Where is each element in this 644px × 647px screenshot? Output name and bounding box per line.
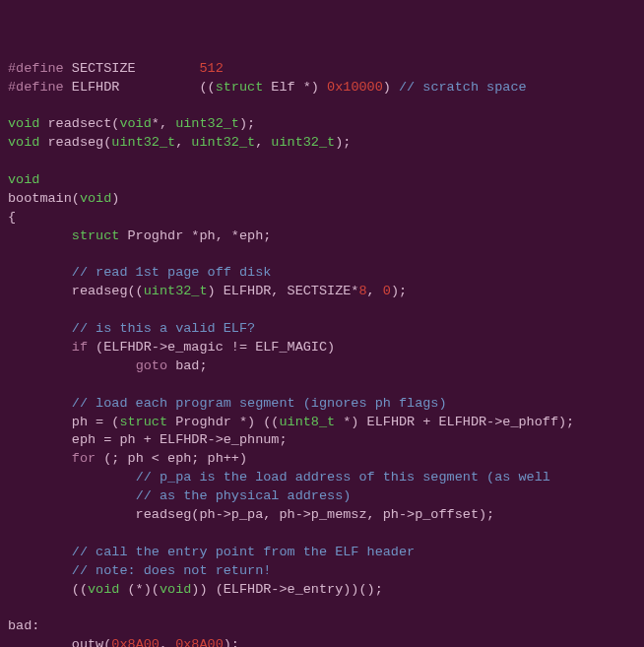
token-id: SECTSIZE: [64, 61, 200, 76]
token-cm: // is this a valid ELF?: [72, 321, 255, 336]
token-num: 0x8A00: [111, 637, 160, 647]
token-type: struct: [119, 415, 167, 429]
token-id: );: [239, 116, 255, 131]
token-id: readseg(ph->p_pa, ph->p_memsz, ph->p_off…: [8, 507, 494, 522]
token-id: [8, 545, 72, 559]
token-id: ,: [367, 284, 383, 298]
token-cm: // load each program segment (ignores ph…: [72, 396, 447, 411]
token-id: ELFHDR ((: [64, 80, 216, 95]
token-type: void: [80, 191, 111, 206]
token-id: Proghdr *ph, *eph;: [119, 228, 271, 243]
token-id: Elf *): [263, 80, 327, 95]
token-kw: if: [72, 340, 88, 355]
token-type: uint32_t: [191, 135, 255, 150]
token-id: ((: [8, 582, 88, 597]
token-id: [8, 488, 136, 503]
token-id: ,: [175, 135, 191, 150]
token-id: (*)(: [119, 582, 160, 597]
token-type: void: [160, 582, 191, 597]
token-type: uint8_t: [279, 415, 335, 429]
token-id: [8, 321, 72, 336]
token-id: readsect(: [39, 116, 119, 131]
token-type: uint32_t: [175, 116, 239, 131]
token-type: void: [88, 582, 119, 597]
token-id: ,: [160, 637, 175, 647]
token-id: ) ELFHDR, SECTSIZE*: [208, 284, 359, 298]
token-type: void: [8, 116, 39, 131]
token-type: void: [119, 116, 151, 131]
token-num: 8: [358, 284, 366, 298]
token-id: eph = ph + ELFHDR->e_phnum;: [8, 432, 288, 447]
token-type: uint32_t: [111, 135, 175, 150]
token-cm: // scratch space: [399, 80, 527, 95]
token-type: uint32_t: [144, 284, 208, 298]
token-type: void: [8, 135, 39, 150]
token-id: [8, 265, 72, 280]
token-type: struct: [216, 80, 264, 95]
token-kw: #define: [8, 61, 64, 76]
token-id: ): [383, 80, 399, 95]
token-id: readseg((: [8, 284, 144, 298]
token-id: [8, 451, 72, 466]
token-id: *) ELFHDR + ELFHDR->e_phoff);: [335, 415, 574, 429]
code-block: #define SECTSIZE 512 #define ELFHDR ((st…: [8, 60, 636, 647]
token-id: [8, 358, 136, 373]
token-cm: // read 1st page off disk: [72, 265, 272, 280]
token-id: [8, 563, 72, 578]
token-cm: // note: does not return!: [72, 563, 272, 578]
token-id: ph = (: [8, 415, 119, 429]
token-id: outw(: [8, 637, 111, 647]
token-id: [8, 340, 72, 355]
token-cm: // call the entry point from the ELF hea…: [72, 545, 415, 559]
token-cm: // p_pa is the load address of this segm…: [136, 470, 550, 485]
token-id: ): [111, 191, 119, 206]
token-id: ,: [255, 135, 271, 150]
token-id: );: [224, 637, 239, 647]
token-type: void: [8, 172, 39, 187]
token-type: uint32_t: [271, 135, 335, 150]
token-id: bootmain(: [8, 191, 80, 206]
token-num: 0x8A00: [175, 637, 224, 647]
token-num: 512: [199, 61, 223, 76]
token-id: Proghdr *) ((: [167, 415, 279, 429]
token-id: bad:: [8, 618, 39, 633]
token-id: *,: [152, 116, 175, 131]
token-id: {: [8, 210, 16, 225]
token-cm: // as the physical address): [136, 488, 352, 503]
token-kw: goto: [136, 358, 167, 373]
token-num: 0x10000: [327, 80, 383, 95]
token-id: [8, 396, 72, 411]
token-id: (; ph < eph; ph++): [96, 451, 247, 466]
token-id: [8, 470, 136, 485]
token-id: bad;: [167, 358, 208, 373]
token-id: [8, 228, 72, 243]
token-type: struct: [72, 228, 120, 243]
token-id: )) (ELFHDR->e_entry))();: [191, 582, 382, 597]
token-id: );: [335, 135, 351, 150]
token-id: readseg(: [39, 135, 111, 150]
token-num: 0: [383, 284, 391, 298]
token-kw: for: [72, 451, 96, 466]
token-id: );: [391, 284, 407, 298]
token-id: (ELFHDR->e_magic != ELF_MAGIC): [88, 340, 335, 355]
token-kw: #define: [8, 80, 64, 95]
